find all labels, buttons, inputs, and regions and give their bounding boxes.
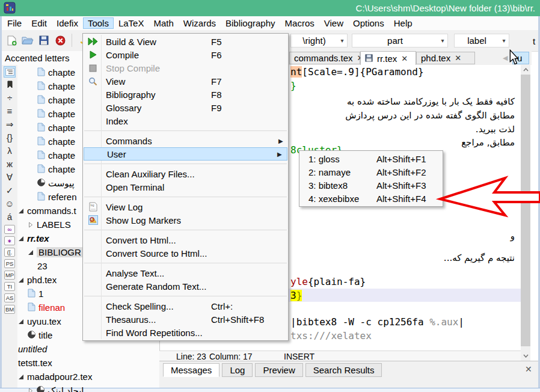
bookmarks-icon[interactable]	[3, 78, 16, 91]
tree-item[interactable]: title	[28, 329, 52, 341]
menu-options[interactable]: Options	[348, 17, 389, 29]
menu-bibliography[interactable]: Bibliography	[221, 17, 280, 29]
misc-symbols-icon[interactable]: ☺	[3, 197, 16, 210]
lines-icon[interactable]: ≡	[3, 105, 16, 117]
open-file-icon[interactable]	[21, 34, 34, 47]
combo-sectioning[interactable]: part▾	[352, 34, 448, 47]
tools-menu-item-generate-random-text[interactable]: Generate Random Text...	[83, 280, 288, 293]
tree-item[interactable]: ایجاد لینک	[28, 384, 84, 392]
menu-tools[interactable]: Tools	[83, 17, 114, 29]
tab-scroll-left-icon[interactable]: ◀	[503, 54, 508, 62]
brackets-icon[interactable]: ([.	[4, 248, 15, 257]
structure-icon[interactable]	[4, 66, 16, 78]
user-command-3-bibtex8[interactable]: 3: bibtex8Alt+Shift+F3	[299, 179, 443, 192]
combo-references[interactable]: label▾	[454, 34, 509, 47]
tree-item[interactable]: chapte	[37, 149, 75, 162]
combo-structure-level[interactable]: \right)▾	[290, 34, 348, 47]
tools-menu-item-user[interactable]: User▶	[84, 147, 287, 161]
tools-menu-item-convert-source-to-html[interactable]: Convert Source to Html...	[83, 247, 288, 260]
tree-item[interactable]: madadpour2.tex	[18, 370, 92, 383]
bottom-tab-log[interactable]: Log	[222, 363, 253, 377]
tree-item[interactable]: uyuu.tex	[18, 315, 61, 328]
close-doc-icon[interactable]	[54, 34, 67, 47]
tools-menu-item-view[interactable]: ViewF7	[83, 75, 288, 88]
menu-latex[interactable]: LaTeX	[114, 17, 149, 29]
tree-item[interactable]: chapte	[37, 163, 75, 176]
new-file-icon[interactable]	[5, 34, 18, 47]
tab-phd.tex[interactable]: phd.tex✕	[416, 52, 475, 64]
tree-item[interactable]: referen	[37, 191, 77, 203]
menu-wizards[interactable]: Wizards	[179, 17, 221, 29]
menu-view[interactable]: View	[319, 17, 348, 29]
beamer-icon[interactable]: BM	[4, 305, 15, 314]
pstricks-icon[interactable]: PS	[4, 259, 15, 268]
tools-menu-item-glossary[interactable]: GlossaryF9	[83, 101, 288, 114]
expander-closed-icon[interactable]	[28, 219, 34, 230]
arrows-icon[interactable]: ⇒	[3, 118, 16, 130]
tikz-icon[interactable]: TI	[4, 282, 15, 291]
scroll-down-icon[interactable]	[521, 351, 530, 361]
tools-menu-item-compile[interactable]: CompileF6	[83, 48, 288, 61]
tree-item[interactable]: پیوست	[37, 177, 75, 189]
menu-idefix[interactable]: Idefix	[52, 17, 83, 29]
tools-menu-item-find-word-repetitions[interactable]: Find Word Repetitions...	[83, 326, 288, 339]
tree-item[interactable]: 23	[37, 260, 48, 272]
asymptote-icon[interactable]: AS	[4, 293, 15, 302]
checkmark-symbols-icon[interactable]: ✓	[3, 184, 16, 197]
scroll-up-icon[interactable]	[521, 65, 530, 75]
tools-menu-item-commands[interactable]: Commands▶	[83, 134, 288, 147]
tree-item[interactable]: phd.tex	[18, 274, 57, 286]
menu-macros[interactable]: Macros	[280, 17, 319, 29]
tab-rr.tex[interactable]: rr.tex✕	[360, 51, 416, 65]
menu-edit[interactable]: Edit	[26, 17, 52, 29]
tree-item[interactable]: chapte	[37, 135, 75, 148]
logic-symbols-icon[interactable]: ∀	[3, 171, 16, 183]
infinity-symbols-icon[interactable]: ∞	[4, 225, 15, 234]
tools-menu-item-analyse-text[interactable]: Analyse Text...	[83, 266, 288, 280]
expander-open-icon[interactable]	[18, 316, 24, 326]
tree-item[interactable]: chapte	[37, 121, 75, 134]
tools-menu-item-convert-to-html[interactable]: Convert to Html...	[83, 233, 288, 247]
tree-item[interactable]: untitled	[18, 343, 47, 355]
menu-file[interactable]: File	[2, 17, 26, 29]
expander-open-icon[interactable]	[18, 275, 24, 285]
menu-help[interactable]: Help	[389, 17, 417, 29]
tools-menu-item-thesaurus[interactable]: Thesaurus...Ctrl+Shift+F8	[83, 313, 288, 326]
tree-item[interactable]: chapte	[37, 80, 75, 93]
panel-close-icon[interactable]: ✕	[525, 364, 532, 374]
expander-closed-icon[interactable]	[28, 385, 34, 392]
greek-letters-icon[interactable]: λ	[3, 144, 16, 157]
delimiters-icon[interactable]: {}	[3, 131, 16, 144]
special-symbols-icon[interactable]: ∗	[4, 236, 15, 245]
save-icon[interactable]	[37, 34, 51, 47]
tree-item[interactable]: BIBLIOGR	[28, 246, 83, 259]
tree-item[interactable]: chapte	[37, 94, 75, 106]
tools-menu-item-index[interactable]: Index	[83, 114, 288, 127]
tools-menu-item-bibliography[interactable]: BibliographyF8	[83, 88, 288, 101]
tree-item[interactable]: rr.tex	[18, 232, 49, 245]
expander-open-icon[interactable]	[18, 233, 24, 243]
tree-item[interactable]: chapte	[37, 108, 75, 120]
bottom-tab-messages[interactable]: Messages	[163, 363, 219, 377]
bottom-tab-preview[interactable]: Preview	[255, 363, 302, 377]
user-command-1-gloss[interactable]: 1: glossAlt+Shift+F1	[299, 152, 443, 165]
tree-item[interactable]: filenan	[28, 301, 65, 314]
accented-letters-icon[interactable]: á	[3, 210, 16, 223]
tree-item[interactable]: commands.t	[18, 204, 76, 217]
metapost-icon[interactable]: MP	[4, 271, 15, 280]
user-command-2-namaye[interactable]: 2: namayeAlt+Shift+F2	[299, 165, 443, 179]
tree-item[interactable]: tetstt.tex	[18, 357, 52, 369]
expander-open-icon[interactable]	[28, 247, 34, 257]
tree-item[interactable]: 1	[28, 287, 43, 300]
tools-menu-item-view-log[interactable]: logView Log	[83, 200, 288, 213]
tools-menu-item-build-view[interactable]: Build & ViewF5	[83, 35, 288, 48]
menu-math[interactable]: Math	[149, 17, 178, 29]
tools-menu-item-show-log-markers[interactable]: Show Log Markers	[83, 213, 288, 227]
tab-commands.tex[interactable]: commands.tex✕	[289, 52, 360, 64]
expander-open-icon[interactable]	[18, 206, 24, 216]
math-division-icon[interactable]: ÷	[3, 91, 16, 104]
cyrillic-letters-icon[interactable]: ж	[3, 158, 16, 170]
tree-item[interactable]: chapte	[37, 66, 75, 79]
tools-menu-item-open-terminal[interactable]: Open Terminal	[83, 180, 288, 194]
tools-menu-item-check-spelling[interactable]: Check Spelling...Ctrl+:	[83, 299, 288, 313]
